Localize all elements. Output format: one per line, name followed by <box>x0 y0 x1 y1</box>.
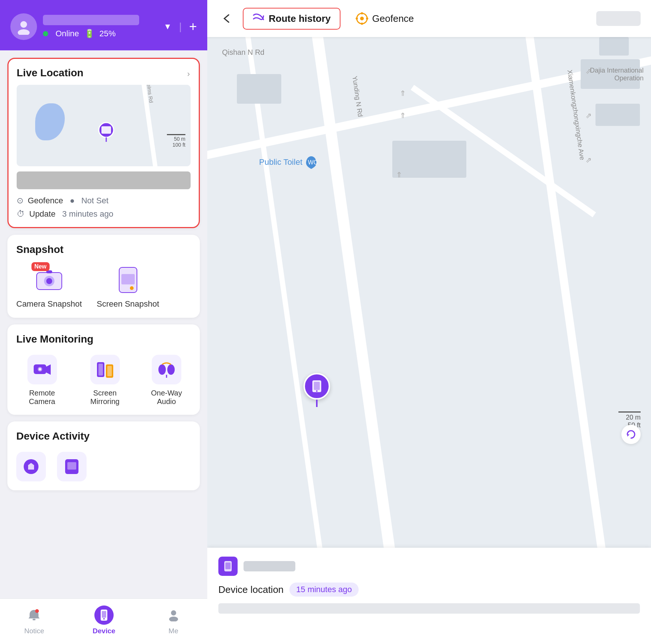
right-panel: Route history Geofence <box>207 0 651 644</box>
geofence-meta-value: ● <box>70 196 74 206</box>
svg-rect-44 <box>314 382 320 390</box>
svg-point-34 <box>171 610 176 615</box>
device-location-row: Device location 15 minutes ago <box>218 583 640 597</box>
dropdown-button[interactable]: ▼ <box>164 22 172 31</box>
svg-point-40 <box>361 12 363 14</box>
time-badge: 15 minutes ago <box>289 583 358 597</box>
svg-point-23 <box>167 364 175 375</box>
svg-point-33 <box>103 618 105 620</box>
card-meta: ⊙ Geofence ● Not Set ⏱ Update 3 minutes … <box>17 194 191 219</box>
svg-rect-32 <box>102 611 106 618</box>
add-button[interactable]: + <box>189 19 197 34</box>
map-preview: Helms Rd 50 m 100 ft <box>17 85 191 166</box>
screen-mirroring-icon <box>90 355 120 384</box>
svg-marker-46 <box>627 434 630 437</box>
me-nav-label: Me <box>168 627 178 635</box>
svg-rect-12 <box>121 274 135 284</box>
one-way-audio-icon <box>152 355 181 384</box>
online-indicator <box>43 31 48 36</box>
svg-rect-19 <box>98 364 103 376</box>
map-scale: 50 m 100 ft <box>167 134 185 148</box>
clock-icon: ⏱ <box>17 209 25 219</box>
map-header: Route history Geofence <box>207 0 651 37</box>
back-button[interactable] <box>218 10 235 27</box>
location-blob <box>35 103 65 140</box>
geofence-meta-icon: ⊙ <box>17 196 23 206</box>
road-label-qishan: Qishan N Rd <box>222 48 265 57</box>
geofence-row: ⊙ Geofence ● Not Set <box>17 196 191 206</box>
nav-notice[interactable]: Notice <box>24 605 44 635</box>
device-nav-label: Device <box>93 627 115 635</box>
remote-camera-label: Remote Camera <box>16 389 68 406</box>
svg-point-8 <box>46 278 52 284</box>
svg-point-13 <box>130 286 134 290</box>
bottom-nav: Notice Device Me <box>0 598 207 644</box>
building-label: Dajia InternationalOperation <box>590 67 644 82</box>
svg-point-37 <box>360 17 364 20</box>
screen-snapshot-icon-wrap <box>113 265 143 295</box>
update-row: ⏱ Update 3 minutes ago <box>17 209 191 219</box>
geofence-not-set: Not Set <box>81 196 108 206</box>
device-activity-card: Device Activity <box>7 421 200 490</box>
activity-grid <box>16 448 191 481</box>
svg-point-0 <box>20 21 27 28</box>
panel-content: › Live Location Helms Rd <box>0 50 207 598</box>
one-way-audio-item[interactable]: One-Way Audio <box>142 355 191 406</box>
screen-mirroring-label: Screen Mirroring <box>79 389 131 406</box>
geofence-meta-label: Geofence <box>28 196 63 206</box>
svg-point-45 <box>316 390 318 392</box>
device-nav-icon <box>94 605 114 625</box>
road-arrow-4: ⇗ <box>585 67 592 76</box>
svg-rect-48 <box>225 563 231 569</box>
nav-me[interactable]: Me <box>164 605 183 635</box>
svg-marker-15 <box>46 364 51 375</box>
screen-snapshot-item[interactable]: Screen Snapshot <box>97 265 159 309</box>
address-blur <box>218 603 640 614</box>
screen-snapshot-label: Screen Snapshot <box>97 299 159 309</box>
road-arrow-2: ⇑ <box>400 111 406 120</box>
map-address-bar <box>17 171 191 189</box>
geofence-button[interactable]: Geofence <box>355 12 414 25</box>
nav-device[interactable]: Device <box>93 605 115 635</box>
road-arrow-1: ⇑ <box>400 89 406 98</box>
me-nav-icon <box>164 605 183 625</box>
snapshot-grid: New Camera Snapshot <box>16 261 191 309</box>
svg-point-22 <box>158 364 166 375</box>
device-name-blur <box>244 561 295 571</box>
live-location-title: Live Location <box>17 67 191 79</box>
header-actions: ▼ | + <box>164 19 197 34</box>
notice-nav-label: Notice <box>24 627 44 635</box>
activity-icon-1 <box>16 452 46 481</box>
map-block-5 <box>237 74 281 104</box>
svg-text:WC: WC <box>308 159 318 166</box>
geofence-map-label: Geofence <box>372 13 414 24</box>
app-header: Online 🔋 25% ▼ | + <box>0 0 207 50</box>
live-monitoring-card: Live Monitoring Remote Camera <box>7 324 200 415</box>
camera-snapshot-item[interactable]: New Camera Snapshot <box>16 265 82 309</box>
disc-area-blur <box>596 11 641 26</box>
monitoring-grid: Remote Camera Screen Mirroring <box>16 351 191 406</box>
route-history-button[interactable]: Route history <box>243 8 340 30</box>
refresh-button[interactable] <box>621 425 641 444</box>
chevron-right-icon: › <box>187 69 190 79</box>
screen-mirroring-item[interactable]: Screen Mirroring <box>79 355 131 406</box>
camera-snapshot-icon-wrap: New <box>34 265 64 295</box>
battery-percent: 25% <box>100 29 116 39</box>
road-arrow-6: ⇗ <box>585 156 592 164</box>
map-background: Qishan N Rd Yunding N Rd Xiamenkongzhong… <box>207 37 651 548</box>
header-info: Online 🔋 25% <box>43 15 158 39</box>
device-info-row <box>218 557 640 576</box>
device-activity-title: Device Activity <box>16 430 191 442</box>
svg-rect-3 <box>101 126 111 134</box>
live-location-card[interactable]: › Live Location Helms Rd <box>7 58 200 228</box>
road-label-yunding: Yunding N Rd <box>350 76 364 117</box>
map-block-2 <box>595 104 640 126</box>
battery-icon: 🔋 <box>84 29 94 39</box>
map-block-4 <box>392 141 466 178</box>
svg-point-1 <box>18 29 30 35</box>
road-arrow-3: ⇑ <box>396 170 402 179</box>
new-badge: New <box>31 262 50 271</box>
remote-camera-item[interactable]: Remote Camera <box>16 355 68 406</box>
snapshot-title: Snapshot <box>16 244 191 256</box>
online-label: Online <box>56 29 79 39</box>
